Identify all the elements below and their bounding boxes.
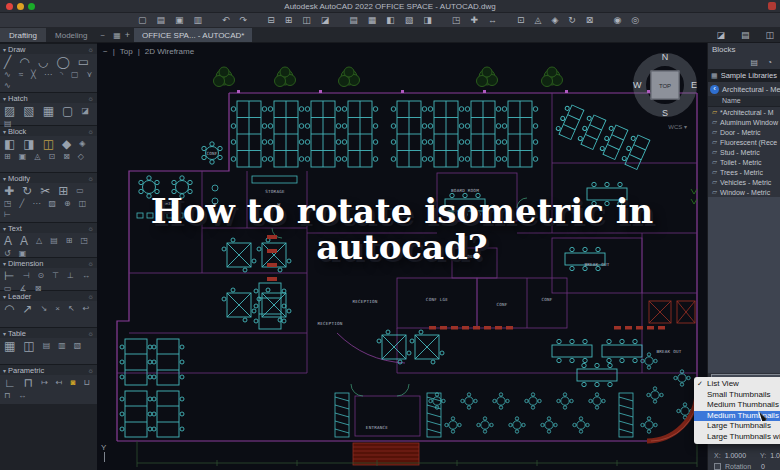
modify-tool-icon[interactable]: ▨ [48, 200, 56, 208]
viewcube-south[interactable]: S [662, 108, 668, 118]
plot-preview-icon[interactable]: ⊞ [285, 16, 293, 25]
block-list-item[interactable]: ▱Vehicles - Metric [708, 177, 780, 187]
export-icon[interactable]: ▤ [349, 16, 358, 25]
open-docs-icon[interactable]: ▤ [741, 31, 750, 40]
text-tool-icon[interactable]: ▤ [50, 237, 58, 245]
copy-clip-icon[interactable]: ◫ [302, 16, 311, 25]
dimension-tool-icon[interactable]: ⊠ [35, 285, 42, 293]
viewport-collapse-control[interactable]: − [103, 47, 108, 56]
modify-tool-icon[interactable]: ⋯ [32, 200, 40, 208]
parametric-tool-icon[interactable]: ↔ [18, 392, 26, 400]
modify-tool-icon[interactable]: ◫ [79, 200, 87, 208]
gear-icon[interactable]: ☼ [88, 128, 94, 135]
hatch-tool-icon[interactable]: ◪ [81, 107, 89, 115]
viewcube-west[interactable]: W [633, 80, 642, 90]
parametric-tool-icon[interactable]: ◙ [71, 379, 76, 387]
zoom-window-button[interactable] [28, 3, 35, 10]
draw-tool-icon[interactable]: ▭ [78, 56, 89, 68]
refresh-icon[interactable]: ◉ [613, 16, 621, 25]
block-list-item[interactable]: ▱Stud - Metric [708, 147, 780, 157]
viewcube-top-face[interactable]: TOP [651, 71, 680, 100]
draw-tool-icon[interactable]: ◠ [19, 56, 29, 68]
gear-icon[interactable]: ☼ [88, 225, 94, 232]
leader-tool-icon[interactable]: ↗ [22, 303, 32, 315]
open-recent-icon[interactable]: ◧ [386, 16, 395, 25]
text-tool-icon[interactable]: A [4, 235, 12, 247]
styles-icon[interactable]: ◨ [423, 16, 432, 25]
paste-clip-icon[interactable]: ◪ [321, 16, 330, 25]
modify-tool-icon[interactable]: ⊞ [58, 185, 68, 197]
block-list-item[interactable]: ▱Window - Metric [708, 187, 780, 197]
viewcube[interactable]: N S W E TOP [631, 51, 699, 119]
text-tool-icon[interactable]: ⊞ [66, 237, 73, 245]
modify-tool-icon[interactable]: ✂ [40, 185, 50, 197]
hatch-tool-icon[interactable]: ▢ [62, 105, 73, 117]
x-value[interactable]: 1.0000 [725, 452, 746, 459]
gear-icon[interactable]: ☼ [88, 293, 94, 300]
sheet-set-icon[interactable]: ▦ [368, 16, 377, 25]
parametric-tool-icon[interactable]: ⊓ [4, 392, 10, 400]
tab-grid-icon[interactable]: ▦ [113, 31, 121, 40]
block-list-item[interactable]: ▱Door - Metric [708, 127, 780, 137]
modify-tool-icon[interactable]: ⊢ [4, 211, 11, 219]
block-list-item[interactable]: ▱Aluminum Window [708, 117, 780, 127]
wcs-menu[interactable]: WCS ▾ [668, 123, 687, 130]
save-as-icon[interactable]: ▥ [194, 16, 203, 25]
block-list-item[interactable]: ▱Fluorescent (Rece [708, 137, 780, 147]
text-tool-icon[interactable]: A [20, 235, 28, 247]
block-tool-icon[interactable]: ⊠ [63, 153, 70, 161]
table-tool-icon[interactable]: ▤ [43, 342, 51, 350]
modify-tool-icon[interactable]: ▭ [76, 187, 84, 195]
block-tool-icon[interactable]: ▣ [19, 153, 27, 161]
save-icon[interactable]: ▣ [175, 16, 184, 25]
dimension-tool-icon[interactable]: ⊙ [37, 272, 44, 280]
filter-icon[interactable]: ▤ [751, 58, 759, 67]
new-file-icon[interactable]: ▢ [138, 16, 147, 25]
parametric-tool-icon[interactable]: ⊓ [24, 377, 33, 389]
back-icon[interactable]: ‹ [710, 85, 719, 94]
hatch-tool-icon[interactable]: ▧ [23, 105, 34, 117]
gear-icon[interactable]: ☼ [88, 46, 94, 53]
close-window-button[interactable] [6, 3, 13, 10]
print-icon[interactable]: ⊟ [267, 16, 275, 25]
dimension-tool-icon[interactable]: ⊥ [67, 272, 74, 280]
document-tab[interactable]: OFFICE SPA... - AUTOCAD* [134, 28, 252, 42]
gear-icon[interactable]: ☼ [88, 95, 94, 102]
modify-tool-icon[interactable]: ✚ [4, 185, 14, 197]
hatch-tool-icon[interactable]: ▦ [43, 105, 54, 117]
gear-icon[interactable]: ☼ [88, 367, 94, 374]
library-nav-row[interactable]: ‹ Architectural - Me [708, 82, 780, 96]
new-document-tab-button[interactable]: + [125, 30, 130, 40]
leader-tool-icon[interactable]: ↩ [83, 305, 90, 313]
block-tool-icon[interactable]: ⊞ [4, 153, 11, 161]
menu-item-large-thumbnails-with-t[interactable]: Large Thumbnails with T [694, 432, 780, 443]
draw-tool-icon[interactable]: ◝ [60, 71, 63, 79]
drawing-canvas[interactable]: CONFBREAKSTORAGEMWBOARD ROOMQUIETBREAK O… [97, 43, 707, 470]
dimension-tool-icon[interactable]: ↔ [82, 272, 90, 280]
text-tool-icon[interactable]: ▣ [19, 250, 27, 258]
block-tool-icon[interactable]: ◧ [4, 138, 15, 150]
draw-tool-icon[interactable]: ∿ [4, 71, 11, 79]
dimension-tool-icon[interactable]: ⊤ [52, 272, 59, 280]
insert-block-icon[interactable]: ◬ [534, 16, 541, 25]
parametric-tool-icon[interactable]: ↤ [56, 379, 63, 387]
zoom-extents-icon[interactable]: ↔ [488, 16, 497, 25]
menu-item-list-view[interactable]: List View✓ [694, 379, 780, 390]
text-tool-icon[interactable]: ◳ [80, 237, 88, 245]
modify-tool-icon[interactable]: ◳ [4, 200, 12, 208]
group-objects-icon[interactable]: ◈ [551, 16, 558, 25]
dimension-tool-icon[interactable]: ⊢ [4, 270, 14, 282]
viewcube-north[interactable]: N [662, 52, 669, 62]
block-list-item[interactable]: ▱Trees - Metric [708, 167, 780, 177]
viewport-view-control[interactable]: Top [120, 47, 133, 56]
purge-icon[interactable]: ◎ [631, 16, 639, 25]
hatch-tool-icon[interactable]: ▨ [4, 105, 15, 117]
text-tool-icon[interactable]: △ [36, 237, 42, 245]
collapse-tabs-button[interactable]: − [96, 31, 109, 40]
block-list-item[interactable]: ▱Toilet - Metric [708, 157, 780, 167]
y-value[interactable]: 1.0 [770, 452, 780, 459]
recent-blocks-icon[interactable]: ◔ [767, 58, 772, 67]
modify-tool-icon[interactable]: ↻ [22, 185, 32, 197]
menu-item-large-thumbnails[interactable]: Large Thumbnails [694, 421, 780, 432]
modify-tool-icon[interactable]: ⊕ [64, 200, 71, 208]
